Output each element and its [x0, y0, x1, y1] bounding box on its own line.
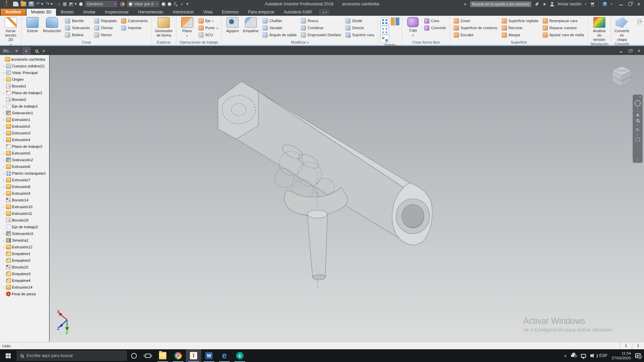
ribbon-group-label[interactable]: Superficie	[452, 39, 585, 45]
start-button[interactable]	[0, 349, 16, 362]
ribbon-big-button[interactable]: Extruir	[24, 16, 41, 39]
tree-item[interactable]: Extrusión2	[0, 123, 49, 130]
tree-item[interactable]: Solevación3	[0, 230, 49, 237]
chevron-down-icon[interactable]: ▾	[637, 108, 638, 110]
ribbon-big-button[interactable]: Empalme	[242, 16, 259, 39]
tree-item[interactable]: Extrusión8	[0, 183, 49, 190]
favorites-star-icon[interactable]: ★	[542, 2, 546, 7]
ribbon-small-button[interactable]: Directa	[344, 24, 375, 31]
navigation-bar[interactable]: ✕ ▾ ✥ ▾ ↻ ▾ ▾	[633, 95, 643, 163]
ribbon-big-button[interactable]: Generador de forma	[154, 16, 174, 39]
ribbon-tab[interactable]: Boceto	[56, 9, 78, 16]
tree-item[interactable]: Empalme3	[0, 270, 49, 277]
ribbon-group-label[interactable]: Crear forma libre	[405, 39, 447, 45]
tree-item[interactable]: Empalme1	[0, 250, 49, 257]
navbar-close-icon[interactable]: ✕	[639, 96, 641, 99]
add-qat-icon[interactable]: ＋	[180, 2, 184, 6]
ribbon-small-button[interactable]: Rosca	[300, 17, 342, 24]
expand-chevron-icon[interactable]	[2, 111, 5, 115]
color-wheel-icon[interactable]	[120, 2, 125, 7]
user-icon[interactable]	[550, 2, 554, 6]
render-icon[interactable]: ▦	[63, 2, 67, 6]
help-icon[interactable]	[602, 2, 607, 6]
steering-wheel-icon[interactable]	[634, 100, 641, 107]
close-document-icon[interactable]: ✕	[15, 49, 18, 53]
part-model-3d[interactable]	[208, 72, 547, 295]
volume-icon[interactable]	[590, 354, 592, 357]
ribbon-small-button[interactable]: Convertir	[423, 24, 447, 31]
ribbon-tab[interactable]: Modelo 3D	[26, 9, 56, 16]
expand-chevron-icon[interactable]	[2, 192, 5, 195]
tree-item[interactable]: Eje de trabajo2	[0, 224, 49, 230]
taskbar-app-button[interactable]	[170, 349, 186, 362]
ribbon-group-label[interactable]: Convertir	[613, 42, 631, 46]
expand-chevron-icon[interactable]	[2, 286, 5, 289]
material-combo[interactable]: Genérico ▾	[85, 1, 117, 7]
pattern-tool-button[interactable]	[380, 35, 389, 43]
ribbon-group-label[interactable]: Simulación	[590, 42, 608, 46]
ribbon-small-button[interactable]: Combinar	[300, 24, 342, 31]
sign-in-link[interactable]: Iniciar sesión	[558, 2, 581, 6]
open-file-icon[interactable]	[21, 2, 26, 6]
ribbon-small-button[interactable]: Barrido	[64, 17, 91, 24]
document-tab[interactable]: Mo... ✕	[0, 47, 21, 55]
ribbon-small-button[interactable]: Recortar	[500, 24, 540, 31]
tree-item[interactable]: Extrusión6	[0, 163, 49, 170]
pattern-tool-button[interactable]	[380, 17, 389, 25]
ribbon-small-button[interactable]: Suprimir cara	[344, 32, 375, 38]
tree-item[interactable]: Boceto18	[0, 217, 49, 224]
ribbon-group-label[interactable]: Explorar	[154, 39, 174, 45]
search-icon[interactable]	[35, 50, 38, 53]
view-cube[interactable]: INFERIOR FRONTAL IZQUIERDA	[609, 64, 635, 90]
ribbon-collapse-button[interactable]	[637, 18, 644, 25]
ribbon-small-button[interactable]: Vaciado	[261, 24, 298, 31]
tree-item[interactable]: Vista: Principal	[0, 69, 49, 76]
doc-restore-icon[interactable]	[629, 50, 631, 52]
menu-icon[interactable]: ≡	[42, 48, 45, 54]
tree-item[interactable]: Extrusión5	[0, 150, 49, 157]
parameters-fx-icon[interactable]: fx	[174, 1, 177, 7]
doc-minimize-icon[interactable]	[620, 52, 623, 52]
ribbon-tab[interactable]: Vista	[199, 9, 217, 16]
ribbon-big-button[interactable]: Convertir en chapa	[613, 16, 631, 42]
tree-item[interactable]: Extrusión7	[0, 177, 49, 183]
tree-item[interactable]: Plano de trabajo2	[0, 143, 49, 150]
expand-chevron-icon[interactable]	[2, 78, 5, 81]
ribbon-big-button[interactable]: Revolución	[42, 16, 62, 39]
ribbon-small-button[interactable]: Dividir	[344, 17, 375, 24]
ribbon-small-button[interactable]: SCU	[197, 32, 219, 38]
ribbon-small-button[interactable]: Superficie de contorno	[452, 24, 499, 31]
ribbon-tab[interactable]: Anotar	[78, 9, 100, 16]
ribbon-small-button[interactable]: Repujado	[93, 17, 118, 24]
taskbar-app-button[interactable]	[201, 349, 217, 362]
ribbon-small-button[interactable]: Cara	[423, 17, 447, 24]
clear-appearance-icon[interactable]	[168, 2, 171, 6]
expand-chevron-icon[interactable]	[2, 185, 5, 189]
tree-item[interactable]: Empalme4	[0, 277, 49, 284]
ribbon-big-button[interactable]: Plano	[179, 16, 196, 39]
taskbar-app-button[interactable]	[217, 349, 232, 362]
expand-chevron-icon[interactable]	[2, 118, 5, 122]
save-icon[interactable]	[29, 2, 34, 6]
taskbar-app-button[interactable]	[155, 349, 170, 362]
ribbon-tab[interactable]: Entornos	[217, 9, 243, 16]
undo-icon[interactable]: ↶ ▾	[36, 2, 43, 6]
tree-item[interactable]: Cuerpos sólidos(1)	[0, 63, 49, 69]
chevron-down-icon[interactable]: ▾	[611, 3, 612, 6]
chevron-down-icon[interactable]: ▾	[585, 3, 586, 6]
pan-hand-icon[interactable]: ✥	[636, 113, 639, 118]
orbit-icon[interactable]: ↻	[636, 127, 640, 132]
ribbon-small-button[interactable]: Ajustar cara de malla	[541, 32, 585, 38]
pattern-tool-button[interactable]	[380, 26, 389, 34]
ribbon-small-button[interactable]: Reemplazar cara	[541, 17, 585, 24]
new-document-tab-button[interactable]: +	[22, 47, 31, 55]
ribbon-tab[interactable]: Inspeccionar	[100, 9, 133, 16]
tree-item[interactable]: Extrusión9	[0, 190, 49, 197]
chevron-down-icon[interactable]: ▾	[637, 133, 638, 136]
onedrive-cloud-icon[interactable]	[571, 354, 577, 357]
ribbon-group-label[interactable]: Operaciones de trabajo	[179, 39, 219, 45]
expand-chevron-icon[interactable]	[2, 205, 5, 209]
restore-icon[interactable]	[628, 3, 632, 6]
select-tool-icon[interactable]: ◩ ▾	[69, 2, 76, 6]
chevron-down-icon[interactable]: ▾	[637, 159, 638, 161]
